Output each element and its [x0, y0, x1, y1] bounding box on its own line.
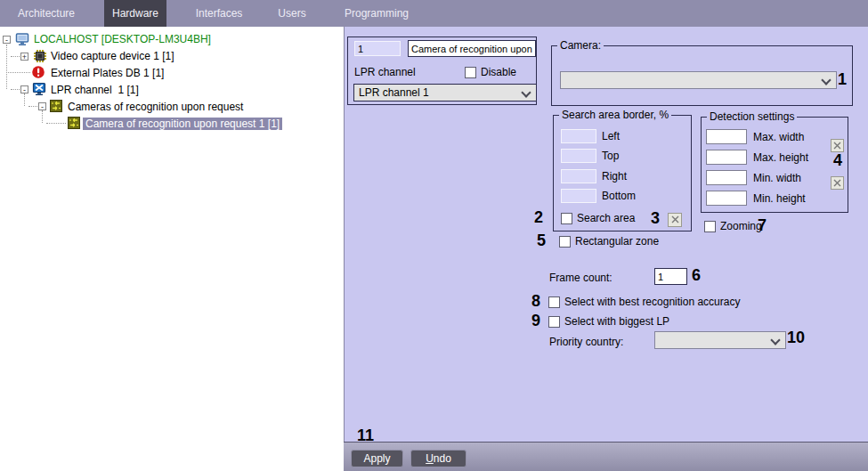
right-border-label: Right	[602, 170, 627, 183]
tree-item-video-capture[interactable]: Video capture device 1 [1]	[51, 49, 174, 63]
chevron-down-icon	[821, 75, 831, 85]
min-height-field[interactable]	[706, 191, 747, 206]
tab-architecture[interactable]: Architecture	[9, 0, 84, 27]
camera-group-title: Camera:	[557, 39, 604, 52]
lpr-channel-label: LPR channel	[354, 66, 416, 78]
tree-connector	[6, 72, 30, 73]
frame-count-field[interactable]	[654, 268, 687, 285]
tab-hardware[interactable]: Hardware	[104, 0, 166, 27]
marker-2: 2	[534, 208, 543, 227]
biggest-lp-checkbox[interactable]	[548, 316, 560, 328]
capture-chip-icon	[33, 49, 47, 63]
tab-users[interactable]: Users	[270, 0, 314, 27]
undo-button[interactable]: Undo	[410, 450, 466, 467]
tree-item-label: Camera of recognition upon request 1 [1]	[83, 118, 282, 130]
max-width-label: Max. width	[753, 131, 804, 143]
top-tab-bar: Architecture Hardware Interfaces Users P…	[0, 0, 868, 27]
search-area-label: Search area	[577, 212, 635, 224]
tree-expander[interactable]: -	[38, 102, 46, 110]
tree-item-lpr-channel[interactable]: LPR channel 1 [1]	[51, 83, 139, 97]
rectangular-zone-checkbox[interactable]	[559, 236, 571, 248]
undo-label-initial: U	[426, 452, 434, 465]
tree-connector	[11, 56, 20, 57]
frame-count-label: Frame count:	[549, 272, 612, 284]
tree-connector	[42, 110, 43, 123]
top-border-field[interactable]	[561, 149, 596, 163]
top-border-label: Top	[602, 150, 619, 162]
x-icon	[833, 179, 841, 187]
zooming-label: Zooming	[720, 220, 762, 232]
marker-4: 4	[833, 151, 842, 170]
bottom-border-label: Bottom	[602, 190, 636, 202]
marker-7: 7	[758, 216, 767, 235]
lpr-channel-dropdown-value: LPR channel 1	[359, 86, 429, 99]
clear-max-size-button[interactable]	[831, 139, 844, 152]
search-area-checkbox[interactable]	[561, 213, 572, 224]
undo-label-rest: ndo	[434, 452, 451, 465]
priority-country-label: Priority country:	[549, 336, 623, 348]
chevron-down-icon	[521, 87, 531, 97]
left-border-field[interactable]	[561, 129, 596, 143]
tree-item-camera-selected[interactable]: Camera of recognition upon request 1 [1]	[83, 117, 282, 131]
disable-label: Disable	[481, 66, 516, 78]
apply-button[interactable]: Apply	[351, 450, 403, 467]
max-width-field[interactable]	[706, 129, 747, 144]
x-icon	[833, 142, 841, 150]
chevron-down-icon	[770, 335, 780, 345]
camera-dropdown[interactable]	[560, 71, 837, 89]
detection-group-title: Detection settings	[707, 110, 797, 123]
left-border-label: Left	[602, 130, 620, 142]
marker-9: 9	[531, 312, 540, 330]
alert-icon	[31, 65, 45, 79]
marker-10: 10	[787, 329, 805, 347]
monitor-icon	[15, 32, 29, 46]
priority-country-dropdown[interactable]	[654, 331, 786, 349]
tree-item-localhost[interactable]: LOCALHOST [DESKTOP-LM3U4BH]	[34, 32, 211, 46]
object-id-field[interactable]	[354, 41, 401, 56]
tree-item-label: Video capture device 1 [1]	[51, 50, 174, 62]
swap-arrows-icon	[68, 117, 82, 131]
rectangular-zone-label: Rectangular zone	[575, 235, 659, 248]
tree-connector	[11, 89, 20, 90]
tree-expander[interactable]: +	[20, 53, 28, 61]
min-width-label: Min. width	[753, 172, 801, 184]
tab-interfaces[interactable]: Interfaces	[185, 0, 253, 27]
tree-item-external-plates[interactable]: External Plates DB 1 [1]	[51, 66, 164, 80]
search-area-group-title: Search area border, %	[559, 109, 671, 121]
tree-item-label: External Plates DB 1 [1]	[51, 67, 164, 79]
tree-item-label: LPR channel 1 [1]	[51, 84, 139, 96]
tree-expander[interactable]: -	[3, 36, 11, 44]
zooming-checkbox[interactable]	[704, 221, 716, 232]
tree-connector	[24, 93, 25, 106]
best-accuracy-label: Select with best recognition accuracy	[564, 296, 740, 308]
lpr-channel-icon	[32, 82, 46, 96]
min-width-field[interactable]	[706, 170, 747, 185]
min-height-label: Min. height	[753, 192, 806, 205]
lpr-channel-dropdown[interactable]: LPR channel 1	[353, 84, 537, 102]
tree-expander[interactable]: -	[20, 85, 28, 93]
object-name-field[interactable]	[408, 40, 536, 57]
right-border-field[interactable]	[561, 169, 596, 183]
app-window: Architecture Hardware Interfaces Users P…	[0, 0, 868, 471]
clear-search-area-button[interactable]	[668, 213, 682, 227]
biggest-lp-label: Select with biggest LP	[564, 315, 669, 328]
best-accuracy-checkbox[interactable]	[548, 296, 560, 308]
tab-programming[interactable]: Programming	[338, 0, 415, 27]
hardware-tree-panel: - LOCALHOST [DESKTOP-LM3U4BH] + Video ca…	[0, 27, 345, 471]
footer-bar: Apply Undo	[344, 442, 868, 471]
max-height-field[interactable]	[706, 150, 747, 165]
tree-item-cameras-group[interactable]: Cameras of recognition upon request	[68, 100, 243, 114]
marker-11: 11	[357, 426, 374, 445]
marker-3: 3	[651, 209, 660, 228]
tree-connector	[46, 123, 66, 124]
bottom-border-field[interactable]	[561, 189, 596, 203]
disable-checkbox[interactable]	[465, 67, 476, 78]
marker-6: 6	[692, 266, 701, 285]
clear-min-size-button[interactable]	[831, 176, 844, 190]
marker-8: 8	[531, 292, 540, 311]
swap-arrows-icon	[50, 100, 64, 114]
tree-item-label: Cameras of recognition upon request	[68, 101, 243, 113]
tree-connector	[28, 106, 37, 107]
max-height-label: Max. height	[753, 151, 808, 164]
tree-connector	[6, 45, 7, 89]
